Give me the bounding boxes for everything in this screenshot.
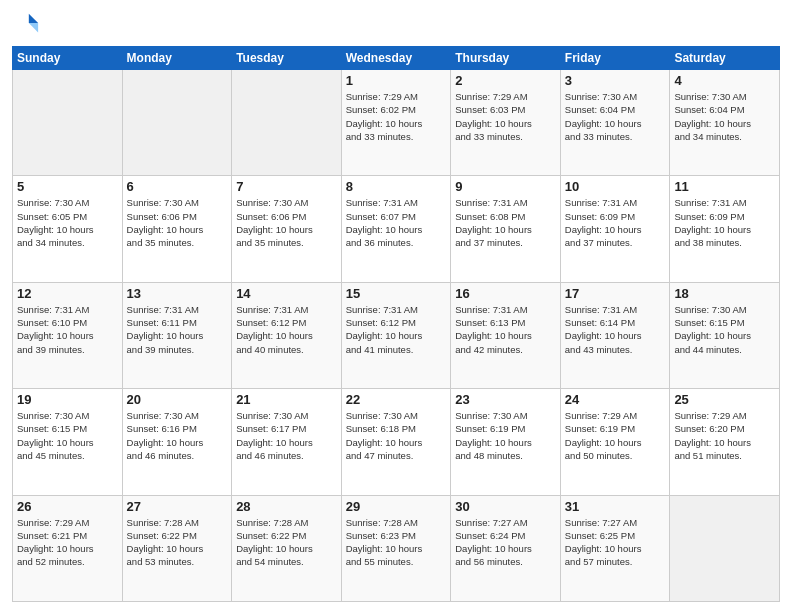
day-number: 13	[127, 286, 228, 301]
day-cell: 30Sunrise: 7:27 AM Sunset: 6:24 PM Dayli…	[451, 495, 561, 601]
day-number: 24	[565, 392, 666, 407]
day-info: Sunrise: 7:30 AM Sunset: 6:04 PM Dayligh…	[565, 90, 666, 143]
day-info: Sunrise: 7:29 AM Sunset: 6:02 PM Dayligh…	[346, 90, 447, 143]
day-number: 14	[236, 286, 337, 301]
day-cell: 3Sunrise: 7:30 AM Sunset: 6:04 PM Daylig…	[560, 70, 670, 176]
day-cell: 29Sunrise: 7:28 AM Sunset: 6:23 PM Dayli…	[341, 495, 451, 601]
day-info: Sunrise: 7:31 AM Sunset: 6:09 PM Dayligh…	[565, 196, 666, 249]
day-number: 9	[455, 179, 556, 194]
day-cell: 27Sunrise: 7:28 AM Sunset: 6:22 PM Dayli…	[122, 495, 232, 601]
day-number: 17	[565, 286, 666, 301]
day-cell: 16Sunrise: 7:31 AM Sunset: 6:13 PM Dayli…	[451, 282, 561, 388]
day-header-saturday: Saturday	[670, 47, 780, 70]
day-cell	[122, 70, 232, 176]
day-info: Sunrise: 7:29 AM Sunset: 6:03 PM Dayligh…	[455, 90, 556, 143]
day-cell: 28Sunrise: 7:28 AM Sunset: 6:22 PM Dayli…	[232, 495, 342, 601]
day-number: 27	[127, 499, 228, 514]
week-row-5: 26Sunrise: 7:29 AM Sunset: 6:21 PM Dayli…	[13, 495, 780, 601]
day-info: Sunrise: 7:27 AM Sunset: 6:25 PM Dayligh…	[565, 516, 666, 569]
day-cell: 10Sunrise: 7:31 AM Sunset: 6:09 PM Dayli…	[560, 176, 670, 282]
day-number: 19	[17, 392, 118, 407]
day-header-friday: Friday	[560, 47, 670, 70]
day-cell: 15Sunrise: 7:31 AM Sunset: 6:12 PM Dayli…	[341, 282, 451, 388]
day-info: Sunrise: 7:30 AM Sunset: 6:15 PM Dayligh…	[17, 409, 118, 462]
day-info: Sunrise: 7:29 AM Sunset: 6:21 PM Dayligh…	[17, 516, 118, 569]
calendar-table: SundayMondayTuesdayWednesdayThursdayFrid…	[12, 46, 780, 602]
svg-marker-1	[29, 23, 38, 32]
day-cell: 14Sunrise: 7:31 AM Sunset: 6:12 PM Dayli…	[232, 282, 342, 388]
week-row-4: 19Sunrise: 7:30 AM Sunset: 6:15 PM Dayli…	[13, 389, 780, 495]
day-number: 26	[17, 499, 118, 514]
week-row-1: 1Sunrise: 7:29 AM Sunset: 6:02 PM Daylig…	[13, 70, 780, 176]
day-cell: 31Sunrise: 7:27 AM Sunset: 6:25 PM Dayli…	[560, 495, 670, 601]
day-cell: 9Sunrise: 7:31 AM Sunset: 6:08 PM Daylig…	[451, 176, 561, 282]
day-info: Sunrise: 7:31 AM Sunset: 6:14 PM Dayligh…	[565, 303, 666, 356]
day-info: Sunrise: 7:31 AM Sunset: 6:09 PM Dayligh…	[674, 196, 775, 249]
day-header-monday: Monday	[122, 47, 232, 70]
svg-marker-0	[29, 14, 38, 23]
day-cell: 20Sunrise: 7:30 AM Sunset: 6:16 PM Dayli…	[122, 389, 232, 495]
day-info: Sunrise: 7:28 AM Sunset: 6:23 PM Dayligh…	[346, 516, 447, 569]
day-cell: 17Sunrise: 7:31 AM Sunset: 6:14 PM Dayli…	[560, 282, 670, 388]
day-cell: 8Sunrise: 7:31 AM Sunset: 6:07 PM Daylig…	[341, 176, 451, 282]
day-cell: 12Sunrise: 7:31 AM Sunset: 6:10 PM Dayli…	[13, 282, 123, 388]
day-cell: 1Sunrise: 7:29 AM Sunset: 6:02 PM Daylig…	[341, 70, 451, 176]
day-cell: 22Sunrise: 7:30 AM Sunset: 6:18 PM Dayli…	[341, 389, 451, 495]
logo	[12, 10, 44, 38]
day-info: Sunrise: 7:27 AM Sunset: 6:24 PM Dayligh…	[455, 516, 556, 569]
page-container: SundayMondayTuesdayWednesdayThursdayFrid…	[0, 0, 792, 612]
day-number: 30	[455, 499, 556, 514]
day-info: Sunrise: 7:29 AM Sunset: 6:19 PM Dayligh…	[565, 409, 666, 462]
day-number: 11	[674, 179, 775, 194]
day-info: Sunrise: 7:29 AM Sunset: 6:20 PM Dayligh…	[674, 409, 775, 462]
day-number: 6	[127, 179, 228, 194]
day-info: Sunrise: 7:31 AM Sunset: 6:12 PM Dayligh…	[346, 303, 447, 356]
day-number: 1	[346, 73, 447, 88]
day-number: 5	[17, 179, 118, 194]
week-row-3: 12Sunrise: 7:31 AM Sunset: 6:10 PM Dayli…	[13, 282, 780, 388]
day-number: 16	[455, 286, 556, 301]
day-info: Sunrise: 7:31 AM Sunset: 6:10 PM Dayligh…	[17, 303, 118, 356]
day-info: Sunrise: 7:31 AM Sunset: 6:13 PM Dayligh…	[455, 303, 556, 356]
day-info: Sunrise: 7:31 AM Sunset: 6:12 PM Dayligh…	[236, 303, 337, 356]
day-info: Sunrise: 7:30 AM Sunset: 6:06 PM Dayligh…	[127, 196, 228, 249]
day-number: 20	[127, 392, 228, 407]
day-cell: 7Sunrise: 7:30 AM Sunset: 6:06 PM Daylig…	[232, 176, 342, 282]
day-number: 8	[346, 179, 447, 194]
day-cell: 4Sunrise: 7:30 AM Sunset: 6:04 PM Daylig…	[670, 70, 780, 176]
day-header-sunday: Sunday	[13, 47, 123, 70]
day-info: Sunrise: 7:30 AM Sunset: 6:04 PM Dayligh…	[674, 90, 775, 143]
day-number: 29	[346, 499, 447, 514]
day-number: 12	[17, 286, 118, 301]
day-cell: 6Sunrise: 7:30 AM Sunset: 6:06 PM Daylig…	[122, 176, 232, 282]
day-number: 15	[346, 286, 447, 301]
day-cell: 21Sunrise: 7:30 AM Sunset: 6:17 PM Dayli…	[232, 389, 342, 495]
day-number: 22	[346, 392, 447, 407]
day-info: Sunrise: 7:28 AM Sunset: 6:22 PM Dayligh…	[127, 516, 228, 569]
day-header-thursday: Thursday	[451, 47, 561, 70]
day-info: Sunrise: 7:30 AM Sunset: 6:18 PM Dayligh…	[346, 409, 447, 462]
day-cell: 26Sunrise: 7:29 AM Sunset: 6:21 PM Dayli…	[13, 495, 123, 601]
calendar-header-row: SundayMondayTuesdayWednesdayThursdayFrid…	[13, 47, 780, 70]
day-cell: 23Sunrise: 7:30 AM Sunset: 6:19 PM Dayli…	[451, 389, 561, 495]
logo-icon	[12, 10, 40, 38]
week-row-2: 5Sunrise: 7:30 AM Sunset: 6:05 PM Daylig…	[13, 176, 780, 282]
day-info: Sunrise: 7:31 AM Sunset: 6:08 PM Dayligh…	[455, 196, 556, 249]
day-cell	[670, 495, 780, 601]
day-cell: 13Sunrise: 7:31 AM Sunset: 6:11 PM Dayli…	[122, 282, 232, 388]
day-info: Sunrise: 7:28 AM Sunset: 6:22 PM Dayligh…	[236, 516, 337, 569]
day-info: Sunrise: 7:30 AM Sunset: 6:19 PM Dayligh…	[455, 409, 556, 462]
day-number: 10	[565, 179, 666, 194]
day-number: 2	[455, 73, 556, 88]
day-number: 18	[674, 286, 775, 301]
day-cell	[13, 70, 123, 176]
day-info: Sunrise: 7:30 AM Sunset: 6:16 PM Dayligh…	[127, 409, 228, 462]
day-cell: 24Sunrise: 7:29 AM Sunset: 6:19 PM Dayli…	[560, 389, 670, 495]
day-number: 23	[455, 392, 556, 407]
day-info: Sunrise: 7:31 AM Sunset: 6:07 PM Dayligh…	[346, 196, 447, 249]
day-number: 25	[674, 392, 775, 407]
day-info: Sunrise: 7:30 AM Sunset: 6:17 PM Dayligh…	[236, 409, 337, 462]
day-number: 7	[236, 179, 337, 194]
header	[12, 10, 780, 38]
day-number: 31	[565, 499, 666, 514]
